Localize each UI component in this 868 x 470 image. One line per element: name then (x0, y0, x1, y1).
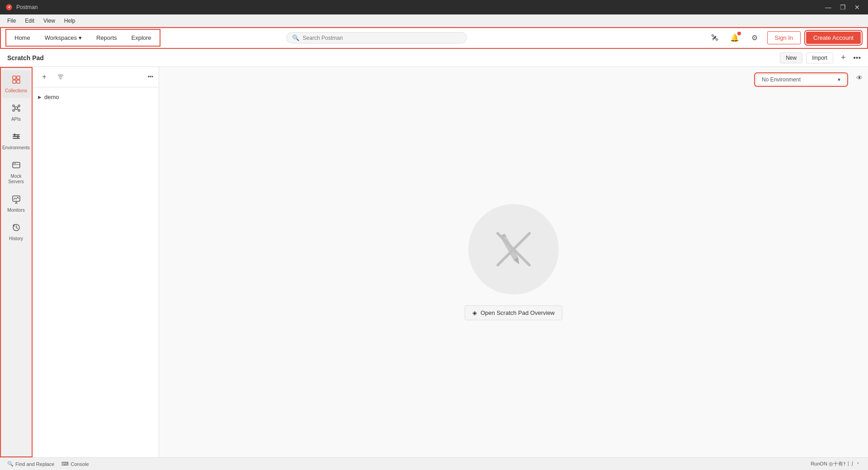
sidebar-item-history[interactable]: History (2, 218, 31, 246)
header-nav: Home Workspaces ▾ Reports Explore (7, 31, 159, 45)
postman-logo-icon (5, 4, 13, 11)
create-account-button[interactable]: Create Account (806, 32, 861, 44)
nav-explore[interactable]: Explore (124, 31, 159, 45)
gear-icon: ⚙ (751, 33, 758, 42)
sidebar-item-collections[interactable]: Collections (2, 71, 31, 98)
main-area: No Environment ▾ 👁 ◈ Open Scratch (159, 67, 868, 457)
svg-rect-16 (13, 138, 20, 139)
svg-line-11 (18, 107, 19, 108)
workspace-title: Scratch Pad (7, 54, 776, 62)
add-tab-button[interactable]: + (837, 52, 849, 64)
filter-collection-button[interactable] (54, 71, 67, 83)
overview-icon: ◈ (472, 309, 477, 316)
svg-rect-17 (14, 133, 15, 136)
title-bar-left: Postman (5, 4, 38, 11)
history-icon (12, 223, 21, 234)
satellite-icon: 🛰 (711, 34, 718, 42)
import-button[interactable]: Import (806, 52, 833, 63)
tab-more-button[interactable]: ••• (853, 54, 861, 62)
scratch-pad-icon (486, 222, 541, 276)
menu-help[interactable]: Help (61, 16, 79, 25)
svg-line-12 (14, 109, 15, 110)
main-content: Collections APIs (0, 67, 868, 457)
title-bar-controls: — ❐ ✕ (823, 2, 863, 13)
environment-eye-button[interactable]: 👁 (856, 74, 863, 81)
status-right: RunON ◎十有†丨丿丶 (811, 461, 861, 467)
find-replace-button[interactable]: 🔍 Find and Replace (7, 461, 54, 467)
svg-point-5 (15, 107, 18, 109)
title-bar: Postman — ❐ ✕ (0, 0, 868, 14)
console-button[interactable]: ⌨ Console (61, 461, 89, 467)
collections-panel: + ••• ▶ demo (33, 67, 159, 457)
collections-header: + ••• (33, 67, 159, 87)
svg-rect-2 (17, 76, 20, 79)
svg-rect-1 (13, 76, 16, 79)
svg-line-10 (14, 107, 15, 108)
open-overview-button[interactable]: ◈ Open Scratch Pad Overview (465, 305, 562, 320)
svg-point-21 (14, 163, 14, 164)
chevron-down-icon: ▾ (838, 76, 840, 83)
monitors-icon (12, 195, 21, 206)
notification-icon-button[interactable]: 🔔 (727, 31, 742, 45)
close-button[interactable]: ✕ (852, 2, 863, 13)
status-left: 🔍 Find and Replace ⌨ Console (7, 461, 89, 467)
settings-icon-button[interactable]: ⚙ (747, 31, 762, 45)
svg-rect-4 (17, 80, 20, 83)
sidebar-item-mock-servers[interactable]: Mock Servers (2, 156, 31, 189)
sidebar-label-environments: Environments (2, 145, 30, 151)
search-icon: 🔍 (7, 461, 14, 467)
tree-chevron-icon: ▶ (38, 95, 42, 100)
sidebar-label-apis: APIs (11, 117, 21, 122)
status-right-text: RunON ◎十有†丨丿丶 (811, 461, 861, 467)
tree-item-demo[interactable]: ▶ demo (33, 91, 159, 103)
header-right: 🛰 🔔 ⚙ Sign In Create Account (708, 31, 861, 45)
satellite-icon-button[interactable]: 🛰 (708, 31, 722, 45)
add-collection-button[interactable]: + (38, 71, 51, 83)
status-bar: 🔍 Find and Replace ⌨ Console RunON ◎十有†丨… (0, 457, 868, 470)
maximize-button[interactable]: ❐ (837, 2, 848, 13)
collection-tree: ▶ demo (33, 87, 159, 457)
new-button[interactable]: New (780, 52, 802, 63)
mock-servers-icon (12, 161, 21, 172)
search-bar[interactable]: 🔍 (286, 32, 467, 43)
header: Home Workspaces ▾ Reports Explore 🔍 🛰 🔔 … (0, 27, 868, 49)
apis-icon (12, 104, 21, 115)
search-icon: 🔍 (292, 34, 299, 41)
svg-point-7 (18, 105, 20, 107)
app-title: Postman (16, 4, 38, 10)
tree-item-label: demo (44, 94, 59, 100)
menu-edit[interactable]: Edit (21, 16, 38, 25)
environment-dropdown[interactable]: No Environment ▾ (756, 74, 846, 85)
console-icon: ⌨ (61, 461, 69, 467)
search-input[interactable] (303, 35, 461, 41)
menu-bar: File Edit View Help (0, 14, 868, 27)
environments-icon (12, 132, 21, 143)
minimize-button[interactable]: — (823, 2, 834, 13)
svg-line-13 (18, 109, 19, 110)
sidebar: Collections APIs (0, 67, 33, 457)
sidebar-item-environments[interactable]: Environments (2, 128, 31, 155)
collections-icon (12, 75, 21, 86)
svg-rect-18 (17, 135, 19, 138)
nav-workspaces[interactable]: Workspaces ▾ (38, 31, 89, 45)
sidebar-label-history: History (9, 236, 23, 242)
sign-in-button[interactable]: Sign In (767, 31, 801, 44)
svg-rect-3 (13, 80, 16, 83)
nav-home[interactable]: Home (7, 31, 38, 45)
svg-point-9 (18, 109, 20, 111)
notification-badge (737, 32, 741, 35)
sidebar-label-mock-servers: Mock Servers (4, 174, 29, 185)
environment-label: No Environment (762, 76, 801, 83)
svg-rect-14 (13, 134, 20, 135)
sidebar-label-collections: Collections (5, 88, 27, 94)
svg-point-22 (15, 163, 16, 164)
menu-file[interactable]: File (4, 16, 19, 25)
workspace-bar: Scratch Pad New Import + ••• (0, 49, 868, 67)
collections-more-button[interactable]: ••• (147, 74, 153, 80)
sidebar-item-monitors[interactable]: Monitors (2, 190, 31, 218)
nav-reports[interactable]: Reports (89, 31, 124, 45)
sidebar-item-apis[interactable]: APIs (2, 99, 31, 127)
menu-view[interactable]: View (40, 16, 59, 25)
sidebar-label-monitors: Monitors (7, 208, 24, 213)
scratch-pad-graphic (468, 204, 559, 294)
